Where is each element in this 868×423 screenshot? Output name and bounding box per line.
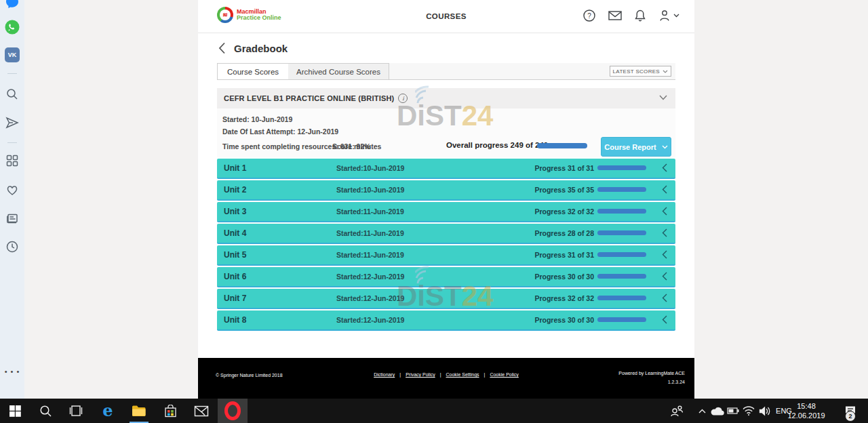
personal-news-icon[interactable] [4,210,20,226]
unit-progress-label: Progress 30 of 30 [475,273,594,281]
unit-started: Started:10-Jun-2019 [336,164,404,172]
course-score: Score: 92% [332,142,371,150]
clock-date: 12.06.2019 [780,411,833,420]
latest-scores-dropdown[interactable]: LATEST SCORES [610,66,671,77]
unit-row[interactable]: Unit 7 Started:12-Jun-2019 Progress 32 o… [217,289,675,309]
whatsapp-icon[interactable] [4,19,20,35]
unit-row[interactable]: Unit 2 Started:10-Jun-2019 Progress 35 o… [217,180,675,201]
unit-started: Started:12-Jun-2019 [336,316,404,324]
course-title: CEFR LEVEL B1 PRACTICE ONLINE (BRITISH) [224,94,394,102]
header-actions: ? [583,9,679,22]
unit-started: Started:12-Jun-2019 [336,294,404,302]
edge-browser-icon[interactable]: e [93,399,123,423]
overall-progress-bar [537,143,587,148]
unit-progress-bar [597,296,646,300]
unit-progress-label: Progress 32 of 32 [475,294,594,302]
back-icon[interactable] [218,42,226,54]
collapse-chevron-icon[interactable] [659,95,667,100]
vk-label: VK [5,47,20,62]
expand-chevron-icon[interactable] [662,250,667,259]
footer-link-dictionary[interactable]: Dictionary [374,372,395,377]
page-title: Gradebook [234,43,288,54]
unit-name: Unit 8 [224,315,246,325]
gradebook-tabbar: Course Scores Archived Course Scores LAT… [217,63,675,80]
browser-page: ≋ Macmillan Practice Online COURSES ? [198,0,694,399]
unit-progress-label: Progress 31 of 31 [475,164,594,172]
sidebar-more-button[interactable]: • • • [0,367,24,376]
expand-chevron-icon[interactable] [662,294,667,302]
bookmarks-heart-icon[interactable] [4,182,20,198]
mail-icon[interactable] [608,9,623,22]
chevron-down-icon [673,14,679,18]
powered-by-text: Powered by LearningMate ACE [618,369,685,378]
unit-progress-bar [597,187,646,192]
unit-name: Unit 4 [224,228,246,238]
help-icon[interactable]: ? [583,9,596,22]
course-report-button[interactable]: Course Report [601,137,671,157]
tab-course-scores[interactable]: Course Scores [217,63,289,79]
task-view-icon[interactable] [61,399,91,423]
unit-row[interactable]: Unit 8 Started:12-Jun-2019 Progress 30 o… [217,310,675,331]
unit-name: Unit 7 [224,294,246,303]
clock-time: 15:48 [780,401,833,411]
unit-progress-bar [597,165,646,170]
unit-started: Started:10-Jun-2019 [336,186,404,194]
unit-name: Unit 5 [224,250,246,260]
unit-row[interactable]: Unit 3 Started:11-Jun-2019 Progress 32 o… [217,202,675,222]
unit-progress-bar [597,230,646,235]
search-icon[interactable] [4,86,20,102]
footer-link-cookie-policy[interactable]: Cookie Policy [490,372,518,377]
sidebar-divider [7,73,17,74]
site-footer: © Springer Nature Limited 2018 Dictionar… [198,358,694,399]
taskbar-clock[interactable]: 15:48 12.06.2019 [780,401,833,420]
footer-link-privacy-policy[interactable]: Privacy Policy [406,372,435,377]
expand-chevron-icon[interactable] [662,185,667,194]
unit-row[interactable]: Unit 6 Started:12-Jun-2019 Progress 30 o… [217,267,675,287]
unit-progress-label: Progress 35 of 35 [475,186,594,194]
unit-started: Started:11-Jun-2019 [336,229,404,237]
course-started: Started: 10-Jun-2019 [222,115,292,123]
notifications-bell-icon[interactable] [634,9,646,22]
unit-started: Started:11-Jun-2019 [336,251,404,259]
unit-progress-bar [597,209,646,214]
site-header: ≋ Macmillan Practice Online COURSES ? [198,0,694,33]
unit-name: Unit 1 [224,163,246,173]
course-panel: CEFR LEVEL B1 PRACTICE ONLINE (BRITISH) … [217,88,675,157]
taskbar-search-icon[interactable] [31,399,60,423]
course-last-attempt: Date Of Last Attempt: 12-Jun-2019 [222,127,338,136]
expand-chevron-icon[interactable] [662,163,667,172]
speed-dial-icon[interactable] [4,153,20,169]
tab-archived-course-scores[interactable]: Archived Course Scores [288,63,389,79]
unit-progress-bar [597,252,646,257]
course-panel-header[interactable]: CEFR LEVEL B1 PRACTICE ONLINE (BRITISH) … [217,88,675,108]
unit-progress-bar [597,274,646,279]
expand-chevron-icon[interactable] [662,272,667,281]
history-clock-icon[interactable] [4,239,20,255]
course-report-label: Course Report [604,143,656,151]
vk-icon[interactable]: VK [4,47,20,63]
info-icon[interactable]: i [398,94,408,103]
expand-chevron-icon[interactable] [662,228,667,237]
footer-link-cookie-settings[interactable]: Cookie Settings [446,372,479,377]
unit-row[interactable]: Unit 4 Started:11-Jun-2019 Progress 28 o… [217,224,675,244]
unit-row[interactable]: Unit 5 Started:11-Jun-2019 Progress 31 o… [217,245,675,266]
unit-row[interactable]: Unit 1 Started:10-Jun-2019 Progress 31 o… [217,159,675,179]
file-explorer-icon[interactable] [124,399,154,423]
people-icon[interactable] [663,399,690,423]
browser-sidebar: VK • • • [0,0,24,399]
opera-browser-icon[interactable] [218,399,248,423]
account-menu[interactable] [658,9,679,22]
messenger-icon[interactable] [4,0,20,10]
expand-chevron-icon[interactable] [662,207,667,216]
user-icon [658,9,671,22]
microsoft-store-icon[interactable] [155,399,185,423]
footer-separator: | [484,372,486,377]
unit-progress-label: Progress 31 of 31 [475,251,594,259]
expand-chevron-icon[interactable] [662,315,667,324]
start-button[interactable] [0,399,30,423]
volume-icon[interactable] [755,399,774,423]
my-flow-icon[interactable] [4,115,20,131]
mail-app-icon[interactable] [186,399,216,423]
footer-separator: | [440,372,441,377]
unit-progress-label: Progress 28 of 28 [475,229,594,237]
